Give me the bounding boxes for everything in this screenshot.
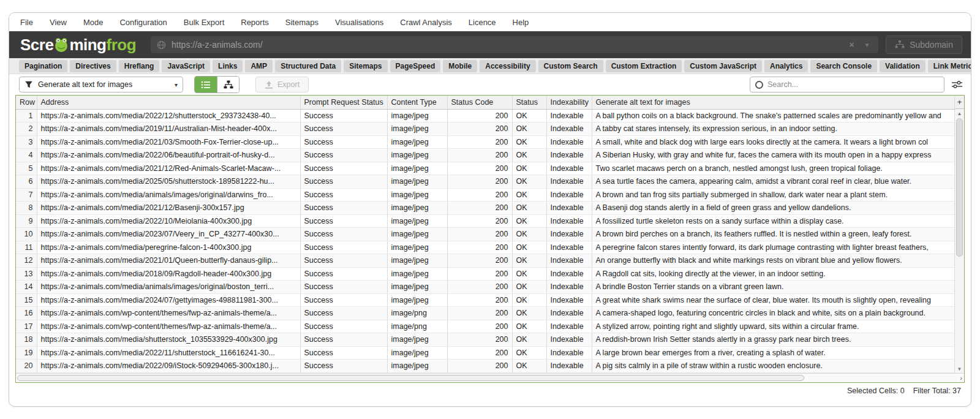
content-type-cell[interactable]: image/jpeg bbox=[387, 241, 447, 254]
status-cell[interactable]: OK bbox=[512, 293, 546, 307]
tab-custom-extraction[interactable]: Custom Extraction bbox=[606, 60, 682, 72]
status-cell[interactable]: OK bbox=[512, 202, 546, 215]
address-cell[interactable]: https://a-z-animals.com/media/2023/07/Ve… bbox=[37, 228, 300, 241]
alt-text-cell[interactable]: A small, white and black dog with large … bbox=[592, 135, 954, 149]
alt-text-cell[interactable]: A brown and tan frog sits partially subm… bbox=[592, 188, 954, 202]
status-code-cell[interactable]: 200 bbox=[447, 293, 512, 307]
indexability-cell[interactable]: Indexable bbox=[546, 307, 592, 320]
menu-crawl-analysis[interactable]: Crawl Analysis bbox=[400, 18, 452, 27]
alt-text-cell[interactable]: A ball python coils on a black backgroun… bbox=[592, 109, 954, 123]
address-cell[interactable]: https://a-z-animals.com/media/2022/12/sh… bbox=[37, 109, 300, 123]
address-cell[interactable]: https://a-z-animals.com/media/2022/09/iS… bbox=[37, 360, 300, 373]
status-cell[interactable]: OK bbox=[512, 360, 546, 373]
status-code-cell[interactable]: 200 bbox=[447, 333, 512, 347]
row-number[interactable]: 17 bbox=[16, 320, 37, 333]
address-cell[interactable]: https://a-z-animals.com/media/2018/09/Ra… bbox=[37, 267, 300, 281]
status-cell[interactable]: OK bbox=[512, 135, 546, 149]
tab-links[interactable]: Links bbox=[213, 60, 243, 72]
tab-custom-javascript[interactable]: Custom JavaScript bbox=[684, 60, 762, 72]
content-type-cell[interactable]: image/jpeg bbox=[387, 162, 447, 175]
address-cell[interactable]: https://a-z-animals.com/media/2019/11/Au… bbox=[37, 123, 300, 136]
menu-file[interactable]: File bbox=[20, 18, 33, 27]
address-cell[interactable]: https://a-z-animals.com/media/2022/10/Me… bbox=[37, 214, 300, 228]
status-cell[interactable]: OK bbox=[512, 188, 546, 202]
status-cell[interactable]: OK bbox=[512, 267, 546, 281]
menu-licence[interactable]: Licence bbox=[469, 18, 496, 27]
prompt-status-cell[interactable]: Success bbox=[300, 267, 387, 281]
content-type-cell[interactable]: image/jpeg bbox=[387, 360, 447, 373]
prompt-status-cell[interactable]: Success bbox=[300, 214, 387, 228]
address-cell[interactable]: https://a-z-animals.com/media/2022/06/be… bbox=[37, 149, 300, 162]
vertical-scroll-track[interactable] bbox=[955, 118, 964, 364]
status-code-cell[interactable]: 200 bbox=[447, 202, 512, 215]
row-number[interactable]: 4 bbox=[16, 149, 37, 162]
content-type-cell[interactable]: image/jpeg bbox=[387, 149, 447, 162]
row-number[interactable]: 20 bbox=[16, 360, 37, 373]
indexability-cell[interactable]: Indexable bbox=[546, 175, 592, 189]
address-cell[interactable]: https://a-z-animals.com/media/2021/01/Qu… bbox=[37, 254, 300, 268]
alt-text-cell[interactable]: An orange butterfly with black and white… bbox=[592, 254, 954, 268]
row-number[interactable]: 19 bbox=[16, 346, 37, 360]
status-cell[interactable]: OK bbox=[512, 320, 546, 333]
filter-dropdown[interactable]: Generate alt text for images ▾ bbox=[19, 77, 183, 92]
content-type-cell[interactable]: image/jpeg bbox=[387, 254, 447, 268]
horizontal-scrollbar[interactable]: › bbox=[16, 373, 964, 382]
column-header-prompt-request-status[interactable]: Prompt Request Status bbox=[300, 96, 387, 109]
menu-sitemaps[interactable]: Sitemaps bbox=[285, 18, 318, 27]
subdomain-button[interactable]: Subdomain bbox=[886, 36, 962, 54]
clear-url-icon[interactable]: × bbox=[843, 40, 860, 50]
alt-text-cell[interactable]: A stylized arrow, pointing right and sli… bbox=[592, 320, 954, 333]
tab-directives[interactable]: Directives bbox=[70, 60, 116, 72]
row-number[interactable]: 13 bbox=[16, 267, 37, 281]
indexability-cell[interactable]: Indexable bbox=[546, 228, 592, 241]
scroll-down-icon[interactable]: ▼ bbox=[955, 364, 964, 373]
indexability-cell[interactable]: Indexable bbox=[546, 254, 592, 268]
status-cell[interactable]: OK bbox=[512, 214, 546, 228]
column-header-status[interactable]: Status bbox=[512, 96, 546, 109]
menu-help[interactable]: Help bbox=[513, 18, 529, 27]
content-type-cell[interactable]: image/png bbox=[387, 307, 447, 320]
row-number[interactable]: 16 bbox=[16, 307, 37, 320]
indexability-cell[interactable]: Indexable bbox=[546, 123, 592, 136]
content-type-cell[interactable]: image/jpeg bbox=[387, 267, 447, 281]
content-type-cell[interactable]: image/jpeg bbox=[387, 228, 447, 241]
prompt-status-cell[interactable]: Success bbox=[300, 149, 387, 162]
indexability-cell[interactable]: Indexable bbox=[546, 346, 592, 360]
column-header-address[interactable]: Address bbox=[37, 96, 300, 109]
status-code-cell[interactable]: 200 bbox=[447, 188, 512, 202]
prompt-status-cell[interactable]: Success bbox=[300, 109, 387, 123]
status-code-cell[interactable]: 200 bbox=[447, 360, 512, 373]
address-cell[interactable]: https://a-z-animals.com/media/2022/11/sh… bbox=[37, 346, 300, 360]
indexability-cell[interactable]: Indexable bbox=[546, 360, 592, 373]
address-cell[interactable]: https://a-z-animals.com/media/2024/07/ge… bbox=[37, 293, 300, 307]
indexability-cell[interactable]: Indexable bbox=[546, 135, 592, 149]
status-cell[interactable]: OK bbox=[512, 307, 546, 320]
content-type-cell[interactable]: image/jpeg bbox=[387, 175, 447, 189]
prompt-status-cell[interactable]: Success bbox=[300, 281, 387, 294]
column-header-indexability[interactable]: Indexability bbox=[546, 96, 592, 109]
row-number[interactable]: 14 bbox=[16, 281, 37, 294]
content-type-cell[interactable]: image/jpeg bbox=[387, 293, 447, 307]
prompt-status-cell[interactable]: Success bbox=[300, 188, 387, 202]
search-settings-icon[interactable] bbox=[952, 80, 962, 89]
tab-custom-search[interactable]: Custom Search bbox=[538, 60, 603, 72]
tab-accessibility[interactable]: Accessibility bbox=[480, 60, 535, 72]
alt-text-cell[interactable]: A pig sits calmly in a pile of straw wit… bbox=[592, 360, 954, 373]
address-cell[interactable]: https://a-z-animals.com/media/2021/03/Sm… bbox=[37, 135, 300, 149]
tab-mobile[interactable]: Mobile bbox=[443, 60, 477, 72]
row-number[interactable]: 8 bbox=[16, 202, 37, 215]
scroll-up-icon[interactable]: ▲ bbox=[955, 109, 964, 118]
address-cell[interactable]: https://a-z-animals.com/media/2021/12/Re… bbox=[37, 162, 300, 175]
row-number[interactable]: 1 bbox=[16, 109, 37, 123]
menu-mode[interactable]: Mode bbox=[83, 18, 104, 27]
tab-validation[interactable]: Validation bbox=[880, 60, 925, 72]
alt-text-cell[interactable]: A sea turtle faces the camera, appearing… bbox=[592, 175, 954, 189]
address-cell[interactable]: https://a-z-animals.com/wp-content/theme… bbox=[37, 320, 300, 333]
status-code-cell[interactable]: 200 bbox=[447, 346, 512, 360]
indexability-cell[interactable]: Indexable bbox=[546, 320, 592, 333]
prompt-status-cell[interactable]: Success bbox=[300, 320, 387, 333]
indexability-cell[interactable]: Indexable bbox=[546, 188, 592, 202]
search-input[interactable] bbox=[767, 80, 939, 89]
alt-text-cell[interactable]: A reddish-brown Irish Setter stands aler… bbox=[592, 333, 954, 347]
indexability-cell[interactable]: Indexable bbox=[546, 109, 592, 123]
